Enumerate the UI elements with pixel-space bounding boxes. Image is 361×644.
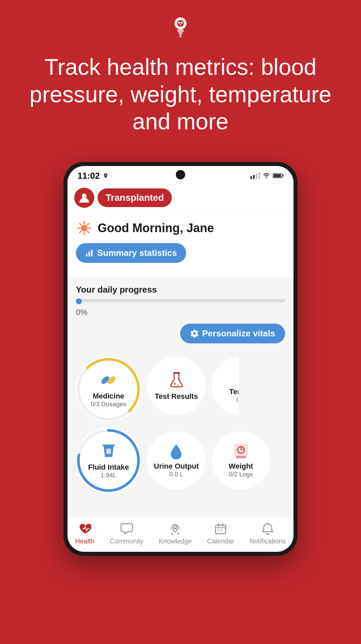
chat-icon: [120, 522, 134, 536]
nav-item-calendar[interactable]: Calendar: [207, 522, 234, 545]
svg-rect-49: [218, 529, 219, 531]
test-results-label: Test Results: [155, 392, 198, 401]
svg-rect-45: [216, 525, 226, 534]
transplanted-label: Transplanted: [98, 188, 172, 207]
app-logo-icon: [167, 13, 194, 43]
signal-icon: [250, 172, 260, 179]
app-header: Transplanted: [68, 184, 293, 213]
svg-point-4: [177, 20, 184, 27]
svg-point-44: [174, 527, 176, 529]
weight-label: Weight: [229, 462, 253, 471]
gear-icon: [190, 329, 199, 338]
svg-point-8: [266, 178, 267, 178]
medicine-card[interactable]: Medicine 0/3 Dosages: [76, 357, 141, 422]
location-icon: [103, 173, 109, 179]
personalize-button-label: Personalize vitals: [202, 328, 275, 339]
temperature-sublabel: 0/1: [236, 396, 238, 404]
nav-item-knowledge[interactable]: Knowledge: [159, 522, 192, 545]
headline-text: Track health metrics: blood pressure, we…: [0, 53, 361, 135]
medicine-ring: [76, 357, 141, 422]
status-icons: [250, 172, 283, 179]
rocket-icon: [168, 522, 182, 536]
urine-output-sublabel: 0.0 L: [169, 471, 183, 478]
chart-bar-icon: [85, 249, 94, 257]
svg-point-33: [238, 379, 239, 384]
svg-point-5: [178, 22, 180, 24]
urine-output-card[interactable]: Urine Output 0.0 L: [147, 431, 206, 490]
nav-label-calendar: Calendar: [207, 537, 234, 545]
svg-rect-3: [179, 34, 182, 37]
calendar-icon: [214, 522, 228, 536]
bottom-nav: Health Community: [68, 516, 293, 552]
truncated-content: [76, 496, 285, 510]
summary-button-label: Summary statistics: [97, 248, 177, 258]
progress-percent: 0%: [76, 308, 285, 317]
test-results-card[interactable]: Test Results: [147, 357, 206, 415]
daily-progress-label: Your daily progress: [76, 285, 285, 295]
heart-icon: [78, 522, 92, 536]
nav-item-health[interactable]: Health: [75, 522, 95, 545]
progress-dot: [76, 298, 82, 304]
flask-icon: [168, 371, 185, 389]
fluid-intake-card[interactable]: Fluid Intake 1.94L: [76, 428, 141, 493]
wifi-icon: [263, 173, 270, 178]
greeting-text: Good Morning, Jane: [98, 221, 214, 235]
svg-rect-23: [89, 252, 90, 257]
svg-rect-10: [273, 174, 281, 177]
svg-line-18: [80, 223, 81, 225]
temperature-card-partial: Tempe 0/1: [212, 357, 238, 415]
main-content: Good Morning, Jane Summary statistics: [68, 213, 293, 278]
temperature-label: Tempe: [229, 387, 238, 396]
urine-output-label: Urine Output: [154, 462, 199, 471]
phone-mockup: 11:02: [64, 162, 297, 556]
bell-icon: [261, 522, 275, 536]
svg-rect-22: [86, 254, 87, 257]
nav-label-notifications: Notifications: [249, 537, 286, 545]
fluid-ring: [76, 428, 141, 493]
svg-point-7: [180, 24, 181, 25]
svg-point-13: [81, 225, 88, 231]
nav-item-community[interactable]: Community: [110, 522, 143, 545]
svg-rect-2: [178, 32, 183, 34]
thermometer-icon: [236, 368, 239, 385]
summary-statistics-button[interactable]: Summary statistics: [76, 243, 186, 263]
sun-icon: [76, 220, 93, 236]
greeting-row: Good Morning, Jane: [76, 220, 285, 236]
svg-point-31: [177, 384, 179, 386]
weight-card[interactable]: Weight 0/2 Logs: [212, 431, 270, 490]
svg-line-21: [80, 231, 81, 233]
avatar: [74, 188, 94, 208]
transplanted-badge[interactable]: Transplanted: [74, 188, 287, 208]
svg-rect-11: [282, 175, 283, 177]
cards-row-2: Fluid Intake 1.94L Urine Output 0.0 L: [76, 428, 285, 493]
svg-rect-29: [173, 372, 180, 374]
svg-line-19: [87, 231, 89, 233]
svg-point-6: [181, 22, 183, 24]
battery-icon: [273, 173, 283, 178]
svg-rect-1: [177, 29, 184, 32]
top-section: Track health metrics: blood pressure, we…: [0, 0, 361, 162]
phone-screen: 11:02: [68, 166, 293, 552]
weight-sublabel: 0/2 Logs: [229, 471, 253, 478]
cards-row-1: Medicine 0/3 Dosages Test Results: [76, 357, 285, 422]
svg-rect-50: [221, 529, 222, 531]
nav-item-notifications[interactable]: Notifications: [249, 522, 286, 545]
nav-label-health: Health: [75, 537, 95, 545]
svg-point-12: [82, 193, 87, 198]
camera-notch: [176, 170, 185, 179]
progress-bar-container: [76, 299, 285, 302]
status-time: 11:02: [78, 171, 100, 181]
personalize-vitals-button[interactable]: Personalize vitals: [180, 324, 285, 343]
svg-point-30: [174, 383, 176, 385]
svg-line-20: [87, 223, 89, 225]
temperature-card-inner[interactable]: Tempe 0/1: [212, 357, 238, 415]
nav-label-community: Community: [110, 537, 143, 545]
svg-rect-42: [236, 456, 246, 458]
progress-section: Your daily progress 0% Personalize vital…: [68, 278, 293, 516]
scale-icon: [233, 443, 249, 459]
nav-label-knowledge: Knowledge: [159, 537, 192, 545]
svg-rect-24: [91, 250, 92, 257]
drop-icon: [169, 443, 184, 459]
svg-point-51: [267, 523, 268, 524]
